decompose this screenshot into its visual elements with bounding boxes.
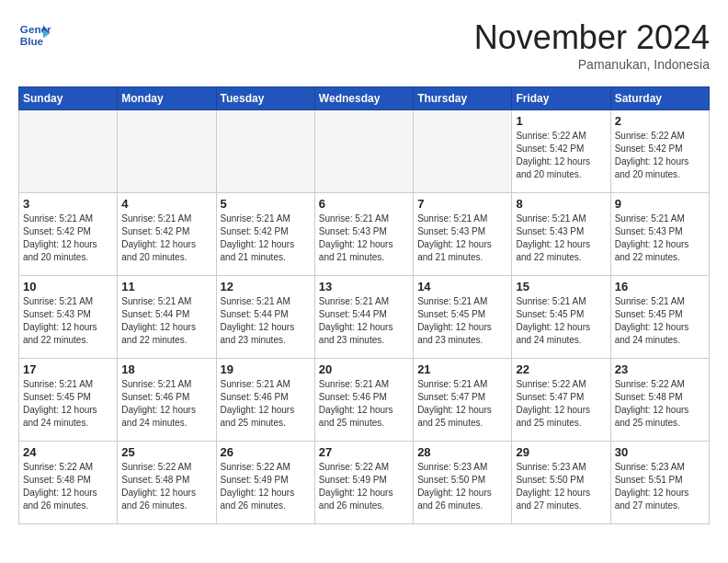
day-cell: 6Sunrise: 5:21 AM Sunset: 5:43 PM Daylig… [314,193,413,276]
day-info: Sunrise: 5:21 AM Sunset: 5:43 PM Dayligh… [319,213,409,264]
weekday-header-friday: Friday [512,87,610,110]
day-info: Sunrise: 5:21 AM Sunset: 5:43 PM Dayligh… [516,213,606,264]
day-cell: 19Sunrise: 5:21 AM Sunset: 5:46 PM Dayli… [216,359,314,442]
day-info: Sunrise: 5:21 AM Sunset: 5:44 PM Dayligh… [121,295,211,347]
week-row-4: 17Sunrise: 5:21 AM Sunset: 5:45 PM Dayli… [19,359,710,442]
day-cell: 9Sunrise: 5:21 AM Sunset: 5:43 PM Daylig… [610,193,709,276]
day-number: 23 [615,362,705,376]
svg-text:Blue: Blue [20,35,44,47]
day-cell [216,110,314,193]
day-number: 21 [417,362,507,376]
day-info: Sunrise: 5:21 AM Sunset: 5:46 PM Dayligh… [221,378,311,430]
day-cell [118,110,216,193]
week-row-5: 24Sunrise: 5:22 AM Sunset: 5:48 PM Dayli… [19,442,710,524]
day-number: 16 [615,280,705,293]
day-cell: 21Sunrise: 5:21 AM Sunset: 5:47 PM Dayli… [414,359,512,442]
day-info: Sunrise: 5:21 AM Sunset: 5:46 PM Dayligh… [121,378,211,430]
day-number: 19 [221,362,311,376]
day-info: Sunrise: 5:21 AM Sunset: 5:46 PM Dayligh… [319,378,409,430]
day-number: 22 [516,362,606,376]
day-cell: 13Sunrise: 5:21 AM Sunset: 5:44 PM Dayli… [314,276,413,359]
day-cell: 25Sunrise: 5:22 AM Sunset: 5:48 PM Dayli… [118,442,216,524]
day-number: 12 [221,280,311,293]
day-number: 14 [417,280,507,293]
week-row-3: 10Sunrise: 5:21 AM Sunset: 5:43 PM Dayli… [19,276,710,359]
day-number: 11 [121,280,211,293]
weekday-header-monday: Monday [118,87,216,110]
day-cell: 12Sunrise: 5:21 AM Sunset: 5:44 PM Dayli… [216,276,314,359]
day-cell: 4Sunrise: 5:21 AM Sunset: 5:42 PM Daylig… [118,193,216,276]
weekday-header-sunday: Sunday [19,87,118,110]
day-number: 17 [23,362,113,376]
month-title: November 2024 [474,18,710,57]
day-info: Sunrise: 5:21 AM Sunset: 5:44 PM Dayligh… [221,295,311,347]
day-cell: 27Sunrise: 5:22 AM Sunset: 5:49 PM Dayli… [314,442,413,524]
day-number: 27 [319,445,409,459]
day-number: 30 [615,445,705,459]
day-number: 6 [319,197,409,211]
day-cell: 16Sunrise: 5:21 AM Sunset: 5:45 PM Dayli… [610,276,709,359]
logo: General Blue [18,18,51,52]
day-number: 24 [23,445,113,459]
day-info: Sunrise: 5:21 AM Sunset: 5:45 PM Dayligh… [615,295,705,347]
day-number: 29 [516,445,606,459]
day-cell: 2Sunrise: 5:22 AM Sunset: 5:42 PM Daylig… [610,110,709,193]
day-number: 4 [121,197,211,211]
weekday-header-tuesday: Tuesday [216,87,314,110]
day-cell: 20Sunrise: 5:21 AM Sunset: 5:46 PM Dayli… [314,359,413,442]
day-cell: 26Sunrise: 5:22 AM Sunset: 5:49 PM Dayli… [216,442,314,524]
day-info: Sunrise: 5:21 AM Sunset: 5:45 PM Dayligh… [23,378,113,430]
day-info: Sunrise: 5:22 AM Sunset: 5:48 PM Dayligh… [615,378,705,430]
day-cell: 29Sunrise: 5:23 AM Sunset: 5:50 PM Dayli… [512,442,610,524]
day-cell: 28Sunrise: 5:23 AM Sunset: 5:50 PM Dayli… [414,442,512,524]
day-cell: 10Sunrise: 5:21 AM Sunset: 5:43 PM Dayli… [19,276,118,359]
day-info: Sunrise: 5:21 AM Sunset: 5:44 PM Dayligh… [319,295,409,347]
day-cell [19,110,118,193]
day-cell: 5Sunrise: 5:21 AM Sunset: 5:42 PM Daylig… [216,193,314,276]
day-number: 10 [23,280,113,293]
day-number: 8 [516,197,606,211]
day-info: Sunrise: 5:21 AM Sunset: 5:43 PM Dayligh… [417,213,507,264]
day-info: Sunrise: 5:22 AM Sunset: 5:47 PM Dayligh… [516,378,606,430]
day-number: 26 [221,445,311,459]
day-info: Sunrise: 5:23 AM Sunset: 5:50 PM Dayligh… [417,461,507,512]
day-info: Sunrise: 5:21 AM Sunset: 5:47 PM Dayligh… [417,378,507,430]
day-info: Sunrise: 5:21 AM Sunset: 5:45 PM Dayligh… [516,295,606,347]
day-number: 25 [121,445,211,459]
weekday-header-wednesday: Wednesday [314,87,413,110]
day-cell: 22Sunrise: 5:22 AM Sunset: 5:47 PM Dayli… [512,359,610,442]
weekday-header-saturday: Saturday [610,87,709,110]
day-number: 2 [615,114,705,128]
day-number: 3 [23,197,113,211]
day-cell: 3Sunrise: 5:21 AM Sunset: 5:42 PM Daylig… [19,193,118,276]
day-number: 7 [417,197,507,211]
day-number: 15 [516,280,606,293]
day-cell: 18Sunrise: 5:21 AM Sunset: 5:46 PM Dayli… [118,359,216,442]
day-info: Sunrise: 5:21 AM Sunset: 5:43 PM Dayligh… [615,213,705,264]
day-number: 13 [319,280,409,293]
day-info: Sunrise: 5:22 AM Sunset: 5:49 PM Dayligh… [221,461,311,512]
day-info: Sunrise: 5:21 AM Sunset: 5:43 PM Dayligh… [23,295,113,347]
day-info: Sunrise: 5:22 AM Sunset: 5:49 PM Dayligh… [319,461,409,512]
day-info: Sunrise: 5:22 AM Sunset: 5:42 PM Dayligh… [615,130,705,181]
day-cell: 30Sunrise: 5:23 AM Sunset: 5:51 PM Dayli… [610,442,709,524]
day-info: Sunrise: 5:21 AM Sunset: 5:42 PM Dayligh… [23,213,113,264]
day-info: Sunrise: 5:23 AM Sunset: 5:51 PM Dayligh… [615,461,705,512]
day-cell: 15Sunrise: 5:21 AM Sunset: 5:45 PM Dayli… [512,276,610,359]
day-info: Sunrise: 5:22 AM Sunset: 5:42 PM Dayligh… [516,130,606,181]
location: Pamanukan, Indonesia [474,57,710,72]
day-cell: 23Sunrise: 5:22 AM Sunset: 5:48 PM Dayli… [610,359,709,442]
day-cell: 8Sunrise: 5:21 AM Sunset: 5:43 PM Daylig… [512,193,610,276]
logo-icon: General Blue [18,18,51,52]
day-info: Sunrise: 5:21 AM Sunset: 5:42 PM Dayligh… [121,213,211,264]
day-number: 1 [516,114,606,128]
title-block: November 2024 Pamanukan, Indonesia [474,18,710,72]
day-cell: 1Sunrise: 5:22 AM Sunset: 5:42 PM Daylig… [512,110,610,193]
day-cell: 17Sunrise: 5:21 AM Sunset: 5:45 PM Dayli… [19,359,118,442]
day-number: 18 [121,362,211,376]
day-cell: 14Sunrise: 5:21 AM Sunset: 5:45 PM Dayli… [414,276,512,359]
day-number: 28 [417,445,507,459]
day-number: 9 [615,197,705,211]
day-cell: 24Sunrise: 5:22 AM Sunset: 5:48 PM Dayli… [19,442,118,524]
weekday-header-thursday: Thursday [414,87,512,110]
